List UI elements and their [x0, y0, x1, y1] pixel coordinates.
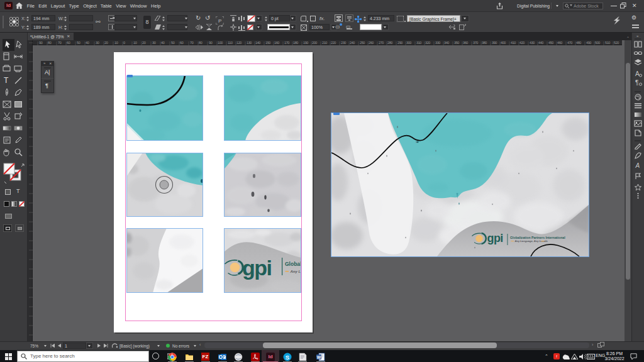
svg-text:P: P — [218, 18, 221, 24]
svg-text:W: W — [317, 355, 321, 359]
svg-text:¶: ¶ — [635, 79, 638, 86]
svg-text:A: A — [635, 162, 640, 169]
svg-text:S: S — [286, 354, 289, 361]
svg-text:A: A — [635, 70, 640, 77]
svg-text:T: T — [4, 76, 9, 85]
